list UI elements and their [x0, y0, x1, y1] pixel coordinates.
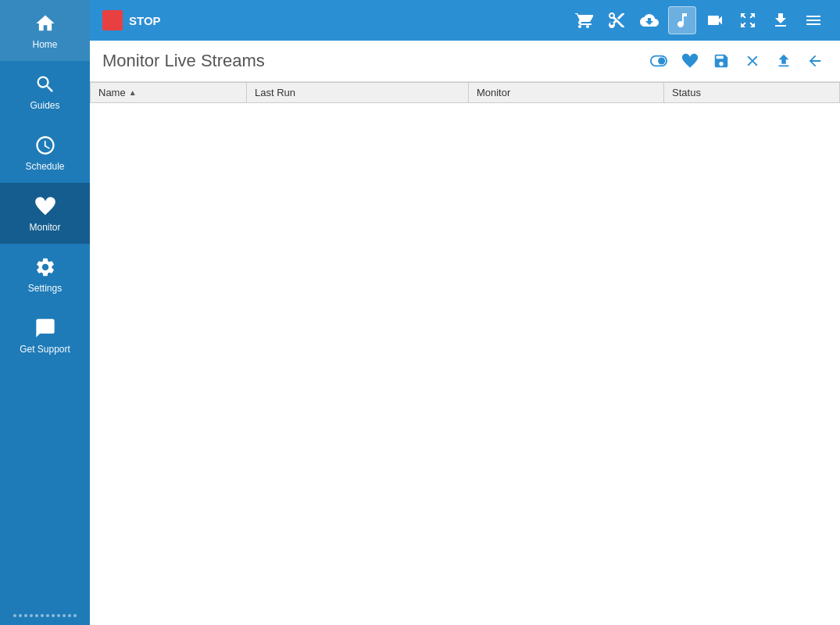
stop-button[interactable]: STOP [102, 10, 161, 30]
sidebar-item-home[interactable]: Home [0, 0, 90, 61]
get-support-icon [33, 316, 58, 341]
sidebar-item-label-guides: Guides [30, 100, 59, 111]
data-table: Name ▲ Last Run Monitor Status [90, 82, 840, 103]
table-header: Name ▲ Last Run Monitor Status [91, 83, 840, 103]
home-icon [33, 11, 58, 36]
page-content: Monitor Live Streams [90, 41, 840, 625]
video-camera-icon[interactable] [701, 6, 729, 34]
cart-icon[interactable] [570, 6, 598, 34]
sidebar-item-monitor[interactable]: Monitor [0, 183, 90, 244]
col-name-label: Name [98, 87, 126, 98]
sidebar-item-label-monitor: Monitor [29, 222, 60, 233]
col-status[interactable]: Status [664, 83, 840, 103]
table-area: Name ▲ Last Run Monitor Status [90, 82, 840, 625]
sidebar-item-get-support[interactable]: Get Support [0, 305, 90, 366]
toolbar-icons [570, 6, 827, 34]
col-status-label: Status [672, 87, 701, 98]
col-name[interactable]: Name ▲ [91, 83, 247, 103]
sidebar-dots [0, 614, 90, 617]
sidebar-item-settings[interactable]: Settings [0, 244, 90, 305]
download-cloud-icon[interactable] [635, 6, 663, 34]
sidebar-item-label-home: Home [32, 39, 57, 50]
download-icon[interactable] [767, 6, 795, 34]
scissors-icon[interactable] [602, 6, 631, 34]
page-header: Monitor Live Streams [90, 41, 840, 82]
svg-point-1 [658, 57, 665, 64]
page-title: Monitor Live Streams [102, 51, 640, 71]
toolbar: STOP [90, 0, 840, 41]
expand-icon[interactable] [734, 6, 762, 34]
sidebar-item-label-schedule: Schedule [25, 161, 64, 172]
stop-square [102, 10, 123, 30]
toggle-icon[interactable] [646, 48, 671, 73]
stop-label: STOP [129, 14, 161, 27]
col-last-run-label: Last Run [255, 87, 295, 98]
schedule-icon [33, 133, 58, 158]
sidebar-item-label-settings: Settings [28, 283, 62, 294]
settings-icon [33, 255, 58, 280]
guides-icon [33, 72, 58, 97]
sidebar: Home Guides Schedule Monitor [0, 0, 90, 625]
menu-icon[interactable] [799, 6, 827, 34]
sidebar-item-schedule[interactable]: Schedule [0, 122, 90, 183]
main-area: STOP [90, 0, 840, 625]
music-icon[interactable] [668, 6, 696, 34]
col-monitor-label: Monitor [477, 87, 510, 98]
col-last-run[interactable]: Last Run [247, 83, 469, 103]
save-icon[interactable] [709, 48, 734, 73]
close-icon[interactable] [740, 48, 765, 73]
sidebar-item-guides[interactable]: Guides [0, 61, 90, 122]
sort-arrow-icon: ▲ [129, 88, 137, 97]
back-icon[interactable] [802, 48, 827, 73]
col-monitor[interactable]: Monitor [468, 83, 663, 103]
monitor-icon [33, 194, 58, 219]
upload-icon[interactable] [771, 48, 796, 73]
sidebar-item-label-get-support: Get Support [20, 344, 70, 355]
heart-monitor-icon[interactable] [677, 48, 702, 73]
page-header-icons [646, 48, 827, 73]
